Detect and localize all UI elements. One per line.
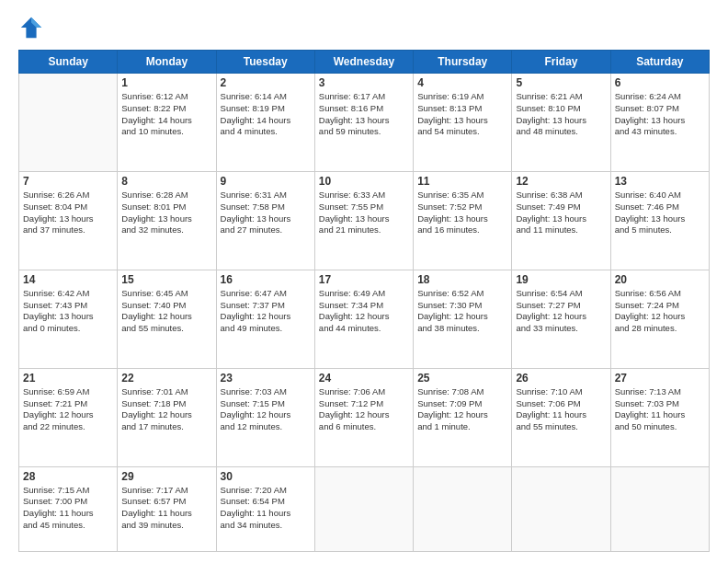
- day-info: Sunrise: 6:49 AM Sunset: 7:34 PM Dayligh…: [319, 288, 409, 335]
- day-number: 9: [221, 175, 311, 188]
- week-row-1: 1Sunrise: 6:12 AM Sunset: 8:22 PM Daylig…: [19, 74, 710, 172]
- calendar-cell: 9Sunrise: 6:31 AM Sunset: 7:58 PM Daylig…: [216, 171, 314, 270]
- calendar-cell: 20Sunrise: 6:56 AM Sunset: 7:24 PM Dayli…: [610, 270, 709, 368]
- calendar-cell: 14Sunrise: 6:42 AM Sunset: 7:43 PM Dayli…: [19, 270, 118, 368]
- day-info: Sunrise: 6:35 AM Sunset: 7:52 PM Dayligh…: [417, 190, 507, 236]
- day-info: Sunrise: 6:31 AM Sunset: 7:58 PM Dayligh…: [221, 190, 311, 236]
- day-number: 24: [319, 372, 409, 385]
- weekday-header-friday: Friday: [512, 51, 610, 74]
- calendar-cell: 12Sunrise: 6:38 AM Sunset: 7:49 PM Dayli…: [512, 171, 610, 270]
- day-number: 2: [221, 76, 311, 89]
- day-info: Sunrise: 6:54 AM Sunset: 7:27 PM Dayligh…: [516, 288, 606, 335]
- calendar-cell: 23Sunrise: 7:03 AM Sunset: 7:15 PM Dayli…: [216, 368, 314, 466]
- calendar-cell: 17Sunrise: 6:49 AM Sunset: 7:34 PM Dayli…: [314, 270, 413, 368]
- calendar-cell: 7Sunrise: 6:26 AM Sunset: 8:04 PM Daylig…: [19, 171, 118, 270]
- calendar-cell: 1Sunrise: 6:12 AM Sunset: 8:22 PM Daylig…: [118, 74, 216, 172]
- day-number: 12: [516, 175, 606, 188]
- week-row-3: 14Sunrise: 6:42 AM Sunset: 7:43 PM Dayli…: [19, 270, 710, 368]
- day-number: 13: [615, 175, 705, 188]
- calendar-cell: 24Sunrise: 7:06 AM Sunset: 7:12 PM Dayli…: [314, 368, 413, 466]
- day-info: Sunrise: 6:26 AM Sunset: 8:04 PM Dayligh…: [23, 190, 113, 236]
- calendar-cell: 25Sunrise: 7:08 AM Sunset: 7:09 PM Dayli…: [414, 368, 512, 466]
- weekday-header-saturday: Saturday: [610, 51, 709, 74]
- day-number: 18: [417, 273, 507, 286]
- week-row-2: 7Sunrise: 6:26 AM Sunset: 8:04 PM Daylig…: [19, 171, 710, 270]
- day-info: Sunrise: 7:20 AM Sunset: 6:54 PM Dayligh…: [221, 485, 311, 532]
- day-info: Sunrise: 6:52 AM Sunset: 7:30 PM Dayligh…: [417, 288, 507, 335]
- calendar-cell: 22Sunrise: 7:01 AM Sunset: 7:18 PM Dayli…: [118, 368, 216, 466]
- day-info: Sunrise: 7:08 AM Sunset: 7:09 PM Dayligh…: [417, 386, 507, 433]
- calendar-cell: [610, 466, 709, 551]
- week-row-4: 21Sunrise: 6:59 AM Sunset: 7:21 PM Dayli…: [19, 368, 710, 466]
- weekday-header-tuesday: Tuesday: [216, 51, 314, 74]
- weekday-header-row: SundayMondayTuesdayWednesdayThursdayFrid…: [19, 51, 710, 74]
- day-info: Sunrise: 6:42 AM Sunset: 7:43 PM Dayligh…: [23, 288, 113, 335]
- calendar-cell: 15Sunrise: 6:45 AM Sunset: 7:40 PM Dayli…: [118, 270, 216, 368]
- calendar-cell: 13Sunrise: 6:40 AM Sunset: 7:46 PM Dayli…: [610, 171, 709, 270]
- day-info: Sunrise: 7:01 AM Sunset: 7:18 PM Dayligh…: [121, 386, 211, 433]
- day-info: Sunrise: 6:24 AM Sunset: 8:07 PM Dayligh…: [615, 91, 705, 138]
- day-number: 4: [417, 76, 507, 89]
- day-number: 30: [221, 470, 311, 483]
- day-info: Sunrise: 7:13 AM Sunset: 7:03 PM Dayligh…: [615, 386, 705, 433]
- calendar-cell: [414, 466, 512, 551]
- calendar-cell: [314, 466, 413, 551]
- day-number: 8: [121, 175, 211, 188]
- calendar-cell: 2Sunrise: 6:14 AM Sunset: 8:19 PM Daylig…: [216, 74, 314, 172]
- day-number: 15: [121, 273, 211, 286]
- day-info: Sunrise: 6:12 AM Sunset: 8:22 PM Dayligh…: [121, 91, 211, 138]
- calendar-cell: 27Sunrise: 7:13 AM Sunset: 7:03 PM Dayli…: [610, 368, 709, 466]
- logo-icon: [18, 15, 44, 40]
- day-info: Sunrise: 7:03 AM Sunset: 7:15 PM Dayligh…: [221, 386, 311, 433]
- day-info: Sunrise: 7:15 AM Sunset: 7:00 PM Dayligh…: [23, 485, 113, 532]
- calendar-cell: 19Sunrise: 6:54 AM Sunset: 7:27 PM Dayli…: [512, 270, 610, 368]
- weekday-header-thursday: Thursday: [414, 51, 512, 74]
- calendar-cell: 11Sunrise: 6:35 AM Sunset: 7:52 PM Dayli…: [414, 171, 512, 270]
- day-info: Sunrise: 6:21 AM Sunset: 8:10 PM Dayligh…: [516, 91, 606, 138]
- day-info: Sunrise: 6:14 AM Sunset: 8:19 PM Dayligh…: [221, 91, 311, 138]
- calendar-cell: 5Sunrise: 6:21 AM Sunset: 8:10 PM Daylig…: [512, 74, 610, 172]
- day-number: 19: [516, 273, 606, 286]
- calendar-cell: 26Sunrise: 7:10 AM Sunset: 7:06 PM Dayli…: [512, 368, 610, 466]
- day-info: Sunrise: 7:17 AM Sunset: 6:57 PM Dayligh…: [121, 485, 211, 532]
- day-info: Sunrise: 6:45 AM Sunset: 7:40 PM Dayligh…: [121, 288, 211, 335]
- day-number: 17: [319, 273, 409, 286]
- page: SundayMondayTuesdayWednesdayThursdayFrid…: [0, 0, 728, 563]
- calendar-table: SundayMondayTuesdayWednesdayThursdayFrid…: [18, 50, 710, 552]
- day-info: Sunrise: 6:56 AM Sunset: 7:24 PM Dayligh…: [615, 288, 705, 335]
- day-info: Sunrise: 6:33 AM Sunset: 7:55 PM Dayligh…: [319, 190, 409, 236]
- weekday-header-sunday: Sunday: [19, 51, 118, 74]
- weekday-header-monday: Monday: [118, 51, 216, 74]
- calendar-cell: 8Sunrise: 6:28 AM Sunset: 8:01 PM Daylig…: [118, 171, 216, 270]
- day-number: 20: [615, 273, 705, 286]
- calendar-cell: 10Sunrise: 6:33 AM Sunset: 7:55 PM Dayli…: [314, 171, 413, 270]
- day-number: 23: [221, 372, 311, 385]
- day-number: 16: [221, 273, 311, 286]
- calendar-cell: 21Sunrise: 6:59 AM Sunset: 7:21 PM Dayli…: [19, 368, 118, 466]
- day-number: 5: [516, 76, 606, 89]
- day-info: Sunrise: 6:17 AM Sunset: 8:16 PM Dayligh…: [319, 91, 409, 138]
- day-info: Sunrise: 6:38 AM Sunset: 7:49 PM Dayligh…: [516, 190, 606, 236]
- day-info: Sunrise: 6:59 AM Sunset: 7:21 PM Dayligh…: [23, 386, 113, 433]
- day-number: 7: [23, 175, 113, 188]
- week-row-5: 28Sunrise: 7:15 AM Sunset: 7:00 PM Dayli…: [19, 466, 710, 551]
- logo: [18, 15, 48, 40]
- day-number: 3: [319, 76, 409, 89]
- calendar-cell: [512, 466, 610, 551]
- calendar-cell: 28Sunrise: 7:15 AM Sunset: 7:00 PM Dayli…: [19, 466, 118, 551]
- day-number: 26: [516, 372, 606, 385]
- calendar-cell: 16Sunrise: 6:47 AM Sunset: 7:37 PM Dayli…: [216, 270, 314, 368]
- day-info: Sunrise: 7:06 AM Sunset: 7:12 PM Dayligh…: [319, 386, 409, 433]
- day-number: 11: [417, 175, 507, 188]
- header: [18, 15, 710, 40]
- day-number: 28: [23, 470, 113, 483]
- calendar-cell: 30Sunrise: 7:20 AM Sunset: 6:54 PM Dayli…: [216, 466, 314, 551]
- day-info: Sunrise: 6:47 AM Sunset: 7:37 PM Dayligh…: [221, 288, 311, 335]
- day-number: 27: [615, 372, 705, 385]
- calendar-cell: 4Sunrise: 6:19 AM Sunset: 8:13 PM Daylig…: [414, 74, 512, 172]
- day-number: 6: [615, 76, 705, 89]
- weekday-header-wednesday: Wednesday: [314, 51, 413, 74]
- calendar-cell: 6Sunrise: 6:24 AM Sunset: 8:07 PM Daylig…: [610, 74, 709, 172]
- day-number: 22: [121, 372, 211, 385]
- day-info: Sunrise: 6:28 AM Sunset: 8:01 PM Dayligh…: [121, 190, 211, 236]
